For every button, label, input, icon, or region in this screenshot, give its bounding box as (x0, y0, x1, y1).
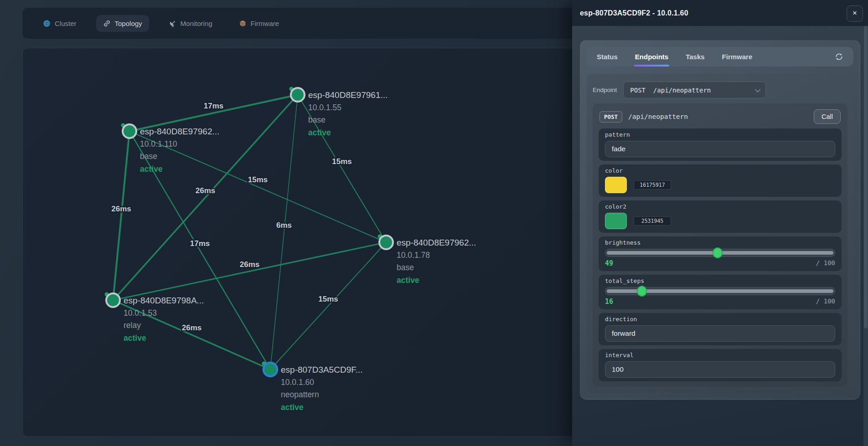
endpoints-card: StatusEndpointsTasksFirmware Endpoint PO… (580, 40, 860, 400)
globe-icon (43, 20, 51, 27)
chevron-down-icon (755, 87, 761, 92)
node-ip-label: 10.0.1.55 (308, 103, 341, 112)
topology-edge (129, 95, 298, 131)
node-circle[interactable] (123, 124, 136, 138)
node-role-label: base (308, 115, 326, 124)
field-list: patternfadecolor16175917color22531945bri… (599, 128, 842, 381)
node-circle[interactable] (379, 236, 393, 249)
color-swatch-color[interactable] (605, 177, 627, 193)
field-label: color (605, 168, 835, 174)
tab-tasks[interactable]: Tasks (686, 47, 704, 67)
node-role-label: base (397, 263, 414, 272)
field-group-interval: interval100 (599, 349, 842, 381)
panel-header: esp-807D3A5CD9F2 - 10.0.1.60 × (572, 0, 868, 26)
package-icon (239, 20, 247, 27)
endpoint-path: /api/neopattern (628, 113, 688, 120)
field-label: color2 (605, 204, 835, 210)
field-group-pattern: patternfade (599, 128, 842, 161)
field-label: total_steps (605, 278, 835, 284)
edge-latency-label: 6ms (276, 221, 292, 230)
topology-node[interactable]: esp-840D8E97962...10.0.1.110baseactive (121, 123, 220, 174)
color-field-row: 2531945 (605, 213, 835, 229)
nav-item-cluster[interactable]: Cluster (36, 15, 83, 32)
panel-scrollbar-thumb[interactable] (864, 26, 868, 328)
nav-item-label: Cluster (55, 20, 77, 27)
topology-edge (270, 242, 386, 369)
close-icon[interactable]: × (847, 5, 863, 22)
node-role-label: neopattern (281, 390, 319, 399)
tab-firmware[interactable]: Firmware (722, 47, 753, 67)
slider-track-brightness[interactable] (605, 249, 835, 257)
call-button[interactable]: Call (814, 109, 841, 124)
tab-endpoints[interactable]: Endpoints (635, 47, 668, 67)
topology-edge (113, 131, 129, 300)
node-name-label: esp-840D8E97962... (140, 127, 219, 136)
node-status-label: active (281, 403, 304, 412)
slider-values-row: 49/ 100 (605, 259, 835, 267)
endpoint-section: Endpoint POST /api/neopattern POST /api/… (587, 74, 853, 393)
tab-status[interactable]: Status (597, 47, 618, 67)
panel-tabbar: StatusEndpointsTasksFirmware (587, 47, 853, 67)
tab-label: Tasks (686, 53, 704, 61)
field-label: interval (605, 352, 835, 359)
field-input-direction[interactable]: forward (605, 325, 835, 342)
node-status-label: active (140, 164, 163, 174)
node-circle[interactable] (106, 293, 120, 307)
topology-node[interactable]: esp-840D8E9798A...10.0.1.53relayactive (105, 292, 204, 343)
slider-current-value: 16 (605, 297, 613, 306)
node-circle-selected[interactable] (264, 363, 277, 376)
color-value-input-color[interactable]: 16175917 (634, 180, 671, 190)
node-ip-label: 10.0.1.53 (124, 308, 157, 318)
field-group-color: color16175917 (599, 164, 842, 197)
node-circle[interactable] (291, 88, 305, 102)
tab-label: Status (597, 53, 618, 61)
topology-edge (113, 242, 386, 300)
node-ip-label: 10.0.1.110 (140, 139, 177, 149)
satellite-icon (169, 20, 176, 27)
topology-node[interactable]: esp-840D8E97962...10.0.1.78baseactive (378, 235, 476, 285)
edge-latency-label: 15ms (332, 157, 351, 166)
panel-body: StatusEndpointsTasksFirmware Endpoint PO… (572, 26, 868, 400)
nav-item-label: Topology (115, 20, 142, 27)
panel-scrollbar[interactable] (863, 26, 868, 446)
slider-thumb-brightness[interactable] (713, 247, 723, 258)
nav-item-topology[interactable]: Topology (96, 15, 149, 32)
node-name-label: esp-840D8E97961... (308, 90, 388, 100)
field-label: direction (605, 316, 835, 323)
topology-node[interactable]: esp-840D8E97961...10.0.1.55baseactive (289, 87, 388, 138)
method-badge: POST (599, 111, 622, 123)
edge-latency-label: 17ms (190, 239, 210, 248)
active-tab-underline (634, 65, 669, 67)
slider-values-row: 16/ 100 (605, 297, 835, 306)
endpoint-select[interactable]: POST /api/neopattern (623, 82, 766, 98)
color-field-row: 16175917 (605, 177, 835, 193)
topology-node[interactable]: esp-807D3A5CD9F...10.0.1.60neopatternact… (262, 362, 363, 412)
node-role-label: relay (124, 321, 141, 330)
topology-edge (270, 95, 298, 369)
nav-item-monitoring[interactable]: Monitoring (162, 15, 219, 32)
node-name-label: esp-840D8E97962... (397, 238, 476, 247)
node-name-label: esp-807D3A5CD9F... (281, 365, 363, 374)
field-input-interval[interactable]: 100 (605, 361, 835, 378)
endpoint-selector-label: Endpoint (593, 87, 617, 93)
color-value-input-color2[interactable]: 2531945 (634, 216, 671, 226)
node-name-label: esp-840D8E9798A... (124, 296, 204, 305)
edge-latency-label: 15ms (318, 295, 338, 303)
field-label: brightness (605, 240, 835, 246)
endpoint-header-row: POST /api/neopattern Call (599, 108, 842, 128)
node-ip-label: 10.0.1.78 (397, 251, 430, 260)
slider-thumb-total_steps[interactable] (637, 286, 647, 297)
nav-item-firmware[interactable]: Firmware (232, 15, 286, 32)
nav-item-label: Firmware (251, 20, 279, 27)
nav-item-label: Monitoring (181, 20, 212, 27)
field-label: pattern (605, 132, 835, 138)
slider-track-total_steps[interactable] (605, 287, 835, 295)
field-input-pattern[interactable]: fade (605, 141, 835, 157)
color-swatch-color2[interactable] (605, 213, 627, 229)
slider-max-value: / 100 (816, 297, 835, 306)
endpoint-select-value: POST /api/neopattern (630, 87, 711, 94)
field-group-total_steps: total_steps16/ 100 (599, 275, 842, 309)
refresh-icon[interactable] (835, 52, 843, 61)
slider-current-value: 49 (605, 259, 613, 267)
device-detail-panel: esp-807D3A5CD9F2 - 10.0.1.60 × StatusEnd… (572, 0, 868, 446)
